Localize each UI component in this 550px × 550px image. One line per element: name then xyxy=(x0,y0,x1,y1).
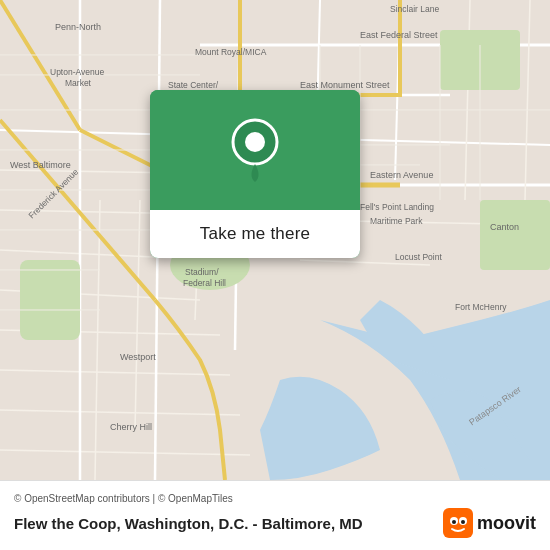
svg-text:East Monument Street: East Monument Street xyxy=(300,80,390,90)
svg-text:Maritime Park: Maritime Park xyxy=(370,216,423,226)
take-me-there-button[interactable]: Take me there xyxy=(150,210,360,258)
svg-text:Market: Market xyxy=(65,78,92,88)
svg-point-76 xyxy=(452,520,456,524)
svg-text:Federal Hill: Federal Hill xyxy=(183,278,226,288)
svg-text:Locust Point: Locust Point xyxy=(395,252,442,262)
svg-text:Fort McHenry: Fort McHenry xyxy=(455,302,507,312)
svg-text:Upton-Avenue: Upton-Avenue xyxy=(50,67,104,77)
svg-text:Eastern Avenue: Eastern Avenue xyxy=(370,170,433,180)
svg-point-77 xyxy=(461,520,465,524)
moovit-brand-text: moovit xyxy=(477,513,536,534)
location-row: Flew the Coop, Washington, D.C. - Baltim… xyxy=(14,508,536,538)
app-container: Penn-North East Federal Street Mount Roy… xyxy=(0,0,550,550)
bottom-bar: © OpenStreetMap contributors | © OpenMap… xyxy=(0,480,550,550)
svg-text:Canton: Canton xyxy=(490,222,519,232)
moovit-mascot-icon xyxy=(443,508,473,538)
svg-text:Mount Royal/MICA: Mount Royal/MICA xyxy=(195,47,267,57)
svg-rect-32 xyxy=(20,260,80,340)
svg-rect-73 xyxy=(443,508,473,538)
svg-text:Westport: Westport xyxy=(120,352,156,362)
svg-text:Cherry Hill: Cherry Hill xyxy=(110,422,152,432)
popup-icon-area xyxy=(150,90,360,210)
svg-text:Sinclair Lane: Sinclair Lane xyxy=(390,4,439,14)
popup-card: Take me there xyxy=(150,90,360,258)
svg-text:Stadium/: Stadium/ xyxy=(185,267,219,277)
attribution-text: © OpenStreetMap contributors | © OpenMap… xyxy=(14,493,536,504)
svg-text:Penn-North: Penn-North xyxy=(55,22,101,32)
svg-text:Fell's Point Landing: Fell's Point Landing xyxy=(360,202,434,212)
svg-text:State Center/: State Center/ xyxy=(168,80,219,90)
svg-text:West Baltimore: West Baltimore xyxy=(10,160,71,170)
moovit-logo: moovit xyxy=(443,508,536,538)
svg-text:East Federal Street: East Federal Street xyxy=(360,30,438,40)
svg-point-72 xyxy=(245,132,265,152)
location-pin-icon xyxy=(228,118,282,182)
location-name: Flew the Coop, Washington, D.C. - Baltim… xyxy=(14,515,363,532)
svg-rect-31 xyxy=(480,200,550,270)
map-area: Penn-North East Federal Street Mount Roy… xyxy=(0,0,550,480)
